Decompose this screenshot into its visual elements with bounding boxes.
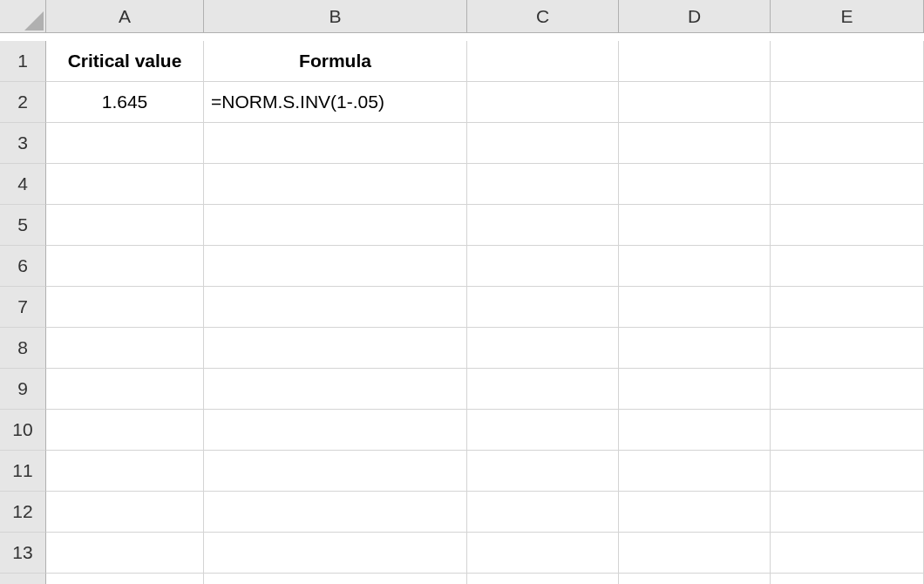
cell-C12[interactable]: [467, 492, 619, 533]
cell-D6[interactable]: [619, 246, 771, 287]
cell-C9[interactable]: [467, 369, 619, 410]
cell-B14[interactable]: [204, 574, 467, 584]
cell-C8[interactable]: [467, 328, 619, 369]
row-header-11[interactable]: 11: [0, 451, 46, 492]
cell-C14[interactable]: [467, 574, 619, 584]
cell-E1[interactable]: [771, 41, 924, 82]
cell-A8[interactable]: [46, 328, 204, 369]
cell-E8[interactable]: [771, 328, 924, 369]
cell-E5[interactable]: [771, 205, 924, 246]
cell-D2[interactable]: [619, 82, 771, 123]
cell-B12[interactable]: [204, 492, 467, 533]
cell-E3[interactable]: [771, 123, 924, 164]
cell-B2[interactable]: =NORM.S.INV(1-.05): [204, 82, 467, 123]
cell-E2[interactable]: [771, 82, 924, 123]
cell-C5[interactable]: [467, 205, 619, 246]
cell-D4[interactable]: [619, 164, 771, 205]
cell-E12[interactable]: [771, 492, 924, 533]
cell-A5[interactable]: [46, 205, 204, 246]
cell-B3[interactable]: [204, 123, 467, 164]
cell-D12[interactable]: [619, 492, 771, 533]
cell-D10[interactable]: [619, 410, 771, 451]
cell-C2[interactable]: [467, 82, 619, 123]
row-header-9[interactable]: 9: [0, 369, 46, 410]
cell-C1[interactable]: [467, 41, 619, 82]
cell-B11[interactable]: [204, 451, 467, 492]
cell-B4[interactable]: [204, 164, 467, 205]
cell-D5[interactable]: [619, 205, 771, 246]
cell-A1[interactable]: Critical value: [46, 41, 204, 82]
cell-A7[interactable]: [46, 287, 204, 328]
cell-C7[interactable]: [467, 287, 619, 328]
cell-C3[interactable]: [467, 123, 619, 164]
row-header-7[interactable]: 7: [0, 287, 46, 328]
cell-D14[interactable]: [619, 574, 771, 584]
cell-B7[interactable]: [204, 287, 467, 328]
cell-E14[interactable]: [771, 574, 924, 584]
cell-B10[interactable]: [204, 410, 467, 451]
col-header-D[interactable]: D: [619, 0, 771, 33]
row-header-3[interactable]: 3: [0, 123, 46, 164]
cell-A2[interactable]: 1.645: [46, 82, 204, 123]
cell-A11[interactable]: [46, 451, 204, 492]
cell-A13[interactable]: [46, 533, 204, 574]
cell-A4[interactable]: [46, 164, 204, 205]
row-header-2[interactable]: 2: [0, 82, 46, 123]
cell-E10[interactable]: [771, 410, 924, 451]
cell-A14[interactable]: [46, 574, 204, 584]
cell-B1[interactable]: Formula: [204, 41, 467, 82]
cell-A10[interactable]: [46, 410, 204, 451]
cell-A6[interactable]: [46, 246, 204, 287]
cell-C4[interactable]: [467, 164, 619, 205]
row-header-13[interactable]: 13: [0, 533, 46, 574]
select-all-corner[interactable]: [0, 0, 46, 33]
row-header-10[interactable]: 10: [0, 410, 46, 451]
col-header-A[interactable]: A: [46, 0, 204, 33]
cell-A12[interactable]: [46, 492, 204, 533]
row-header-4[interactable]: 4: [0, 164, 46, 205]
cell-C11[interactable]: [467, 451, 619, 492]
cell-B13[interactable]: [204, 533, 467, 574]
row-header-14[interactable]: 14: [0, 574, 46, 584]
row-header-6[interactable]: 6: [0, 246, 46, 287]
col-header-B[interactable]: B: [204, 0, 467, 33]
cell-B6[interactable]: [204, 246, 467, 287]
cell-D1[interactable]: [619, 41, 771, 82]
cell-E4[interactable]: [771, 164, 924, 205]
cell-D8[interactable]: [619, 328, 771, 369]
cell-D11[interactable]: [619, 451, 771, 492]
cell-E9[interactable]: [771, 369, 924, 410]
cell-E13[interactable]: [771, 533, 924, 574]
cell-D13[interactable]: [619, 533, 771, 574]
cell-C10[interactable]: [467, 410, 619, 451]
cell-A3[interactable]: [46, 123, 204, 164]
select-all-triangle-icon: [24, 11, 44, 31]
cell-D7[interactable]: [619, 287, 771, 328]
cell-B8[interactable]: [204, 328, 467, 369]
col-header-C[interactable]: C: [467, 0, 619, 33]
cell-A9[interactable]: [46, 369, 204, 410]
cell-B5[interactable]: [204, 205, 467, 246]
row-header-5[interactable]: 5: [0, 205, 46, 246]
cell-E11[interactable]: [771, 451, 924, 492]
row-header-1[interactable]: 1: [0, 41, 46, 82]
cell-B9[interactable]: [204, 369, 467, 410]
cell-E6[interactable]: [771, 246, 924, 287]
spreadsheet-grid: A B C D E 1 Critical value Formula 2 1.6…: [0, 0, 924, 584]
cell-E7[interactable]: [771, 287, 924, 328]
row-header-8[interactable]: 8: [0, 328, 46, 369]
cell-C13[interactable]: [467, 533, 619, 574]
cell-D3[interactable]: [619, 123, 771, 164]
cell-C6[interactable]: [467, 246, 619, 287]
col-header-E[interactable]: E: [771, 0, 924, 33]
row-header-12[interactable]: 12: [0, 492, 46, 533]
cell-D9[interactable]: [619, 369, 771, 410]
